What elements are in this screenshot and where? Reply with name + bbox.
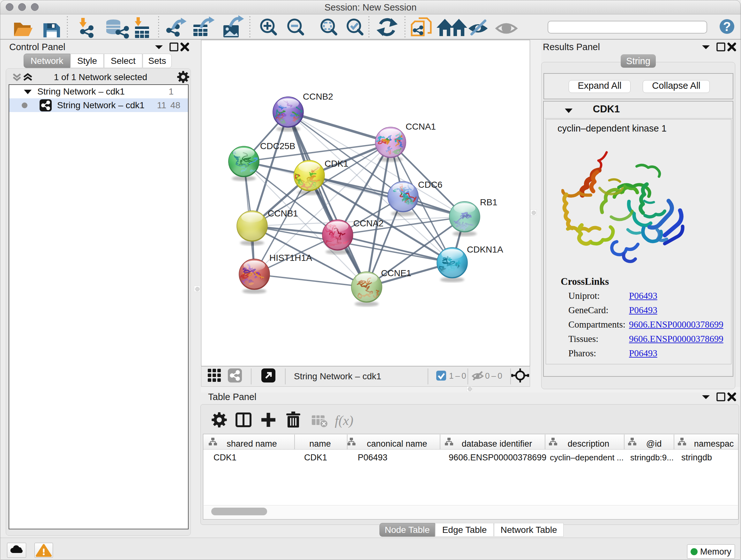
svg-text:canonical name: canonical name <box>367 439 427 449</box>
svg-text:CCNB2: CCNB2 <box>303 91 333 102</box>
svg-text:name: name <box>309 439 331 449</box>
svg-text:CDKN1A: CDKN1A <box>467 245 503 254</box>
svg-text:stringdb:9...: stringdb:9... <box>630 453 674 462</box>
svg-text:String Network – cdk1: String Network – cdk1 <box>294 371 381 381</box>
svg-text:CDK1: CDK1 <box>325 159 348 169</box>
svg-text:database identifier: database identifier <box>462 439 532 449</box>
svg-text:CCNA2: CCNA2 <box>353 219 384 228</box>
svg-text:shared name: shared name <box>226 439 277 449</box>
svg-text:9606.ENSP00000378699: 9606.ENSP00000378699 <box>449 453 546 462</box>
svg-text:RB1: RB1 <box>480 197 497 207</box>
svg-text:CCNA1: CCNA1 <box>406 122 436 132</box>
svg-text:f(x): f(x) <box>335 413 353 428</box>
svg-text:?: ? <box>723 19 731 34</box>
svg-text:stringdb: stringdb <box>681 453 712 462</box>
svg-text:cyclin–dependent ...: cyclin–dependent ... <box>550 453 623 462</box>
svg-text:CCNE1: CCNE1 <box>381 268 411 278</box>
svg-text:CDC25B: CDC25B <box>260 141 295 151</box>
svg-text:CCNB1: CCNB1 <box>268 208 298 219</box>
svg-text:1 – 0: 1 – 0 <box>449 371 466 381</box>
svg-text:CDK1: CDK1 <box>213 453 237 462</box>
svg-text:CDK1: CDK1 <box>304 453 327 462</box>
svg-text:description: description <box>568 439 610 449</box>
svg-text:P06493: P06493 <box>358 453 387 462</box>
svg-text:HIST1H1A: HIST1H1A <box>269 253 312 263</box>
svg-text:0 – 0: 0 – 0 <box>485 371 502 381</box>
svg-text:@id: @id <box>646 439 662 449</box>
svg-text:CDC6: CDC6 <box>418 180 442 190</box>
svg-text:1 of 1 Network selected: 1 of 1 Network selected <box>54 72 147 82</box>
svg-text:namespac: namespac <box>694 439 734 449</box>
